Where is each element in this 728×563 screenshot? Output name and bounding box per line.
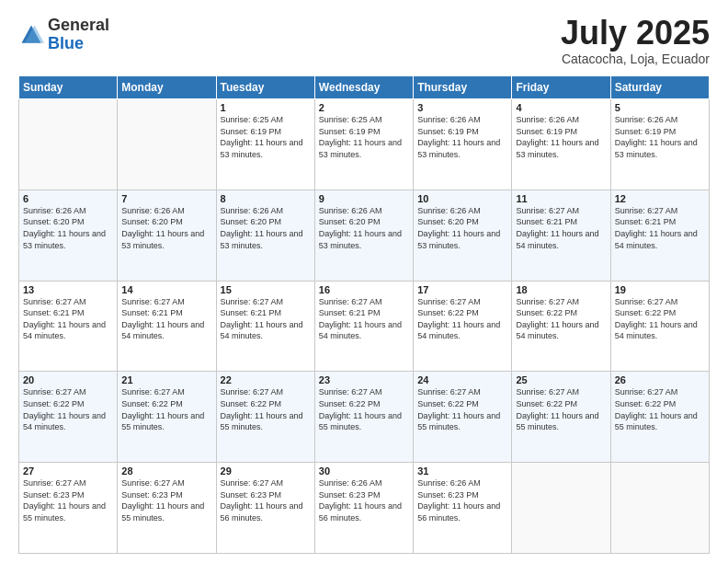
day-info: Sunrise: 6:27 AM Sunset: 6:22 PM Dayligh… <box>319 386 409 432</box>
day-number: 24 <box>417 374 507 385</box>
day-info: Sunrise: 6:27 AM Sunset: 6:21 PM Dayligh… <box>221 296 311 342</box>
calendar-day-cell: 1Sunrise: 6:25 AM Sunset: 6:19 PM Daylig… <box>216 99 314 190</box>
calendar-day-cell: 7Sunrise: 6:26 AM Sunset: 6:20 PM Daylig… <box>118 190 216 281</box>
calendar-day-cell: 20Sunrise: 6:27 AM Sunset: 6:22 PM Dayli… <box>19 372 118 463</box>
day-info: Sunrise: 6:27 AM Sunset: 6:21 PM Dayligh… <box>319 296 409 342</box>
calendar-day-cell: 10Sunrise: 6:26 AM Sunset: 6:20 PM Dayli… <box>414 190 512 281</box>
day-info: Sunrise: 6:26 AM Sunset: 6:20 PM Dayligh… <box>221 205 311 251</box>
calendar-day-cell: 8Sunrise: 6:26 AM Sunset: 6:20 PM Daylig… <box>216 190 314 281</box>
day-number: 22 <box>221 374 311 385</box>
day-number: 21 <box>121 374 211 385</box>
logo: General Blue <box>18 17 109 53</box>
logo-general-text: General <box>48 16 109 34</box>
day-number: 20 <box>23 374 113 385</box>
calendar-day-cell: 3Sunrise: 6:26 AM Sunset: 6:19 PM Daylig… <box>414 99 512 190</box>
day-number: 26 <box>615 374 705 385</box>
day-number: 16 <box>319 284 409 295</box>
calendar-day-cell: 23Sunrise: 6:27 AM Sunset: 6:22 PM Dayli… <box>314 372 413 463</box>
calendar-day-cell <box>118 99 216 190</box>
day-number: 12 <box>615 193 705 204</box>
calendar-day-cell: 5Sunrise: 6:26 AM Sunset: 6:19 PM Daylig… <box>610 99 709 190</box>
calendar-day-cell: 29Sunrise: 6:27 AM Sunset: 6:23 PM Dayli… <box>216 463 314 554</box>
day-info: Sunrise: 6:27 AM Sunset: 6:21 PM Dayligh… <box>121 296 211 342</box>
calendar-day-cell: 21Sunrise: 6:27 AM Sunset: 6:22 PM Dayli… <box>118 372 216 463</box>
day-number: 10 <box>417 193 507 204</box>
day-info: Sunrise: 6:26 AM Sunset: 6:19 PM Dayligh… <box>516 114 606 160</box>
location: Catacocha, Loja, Ecuador <box>561 52 710 66</box>
day-info: Sunrise: 6:27 AM Sunset: 6:23 PM Dayligh… <box>221 477 311 523</box>
day-info: Sunrise: 6:27 AM Sunset: 6:22 PM Dayligh… <box>221 386 311 432</box>
day-info: Sunrise: 6:27 AM Sunset: 6:22 PM Dayligh… <box>615 296 705 342</box>
day-info: Sunrise: 6:26 AM Sunset: 6:23 PM Dayligh… <box>417 477 507 523</box>
calendar-day-cell: 12Sunrise: 6:27 AM Sunset: 6:21 PM Dayli… <box>610 190 709 281</box>
day-number: 18 <box>516 284 606 295</box>
calendar-day-cell: 11Sunrise: 6:27 AM Sunset: 6:21 PM Dayli… <box>512 190 610 281</box>
calendar-day-cell: 4Sunrise: 6:26 AM Sunset: 6:19 PM Daylig… <box>512 99 610 190</box>
calendar-day-cell: 28Sunrise: 6:27 AM Sunset: 6:23 PM Dayli… <box>118 463 216 554</box>
day-number: 3 <box>417 102 507 113</box>
calendar-day-cell: 16Sunrise: 6:27 AM Sunset: 6:21 PM Dayli… <box>314 281 413 372</box>
day-info: Sunrise: 6:25 AM Sunset: 6:19 PM Dayligh… <box>221 114 311 160</box>
calendar-week-row: 13Sunrise: 6:27 AM Sunset: 6:21 PM Dayli… <box>19 281 710 372</box>
calendar-day-cell: 31Sunrise: 6:26 AM Sunset: 6:23 PM Dayli… <box>414 463 512 554</box>
day-number: 7 <box>121 193 211 204</box>
logo-blue-text: Blue <box>48 34 84 52</box>
day-info: Sunrise: 6:26 AM Sunset: 6:19 PM Dayligh… <box>417 114 507 160</box>
calendar-day-cell <box>610 463 709 554</box>
day-info: Sunrise: 6:26 AM Sunset: 6:20 PM Dayligh… <box>121 205 211 251</box>
calendar-day-cell: 6Sunrise: 6:26 AM Sunset: 6:20 PM Daylig… <box>19 190 118 281</box>
day-number: 13 <box>23 284 113 295</box>
day-info: Sunrise: 6:27 AM Sunset: 6:23 PM Dayligh… <box>23 477 113 523</box>
calendar-day-cell: 15Sunrise: 6:27 AM Sunset: 6:21 PM Dayli… <box>216 281 314 372</box>
day-info: Sunrise: 6:25 AM Sunset: 6:19 PM Dayligh… <box>319 114 409 160</box>
day-number: 31 <box>417 465 507 477</box>
calendar-day-cell: 26Sunrise: 6:27 AM Sunset: 6:22 PM Dayli… <box>610 372 709 463</box>
calendar-week-row: 27Sunrise: 6:27 AM Sunset: 6:23 PM Dayli… <box>19 463 710 554</box>
day-number: 8 <box>221 193 311 204</box>
day-info: Sunrise: 6:27 AM Sunset: 6:22 PM Dayligh… <box>417 296 507 342</box>
calendar-day-cell: 27Sunrise: 6:27 AM Sunset: 6:23 PM Dayli… <box>19 463 118 554</box>
weekday-header-cell: Wednesday <box>314 76 413 99</box>
day-number: 15 <box>221 284 311 295</box>
calendar-page: General Blue July 2025 Catacocha, Loja, … <box>0 0 728 563</box>
day-number: 25 <box>516 374 606 385</box>
logo-text: General Blue <box>48 17 109 53</box>
day-info: Sunrise: 6:26 AM Sunset: 6:19 PM Dayligh… <box>615 114 705 160</box>
calendar-day-cell <box>512 463 610 554</box>
day-info: Sunrise: 6:27 AM Sunset: 6:22 PM Dayligh… <box>417 386 507 432</box>
title-block: July 2025 Catacocha, Loja, Ecuador <box>561 17 710 66</box>
calendar-day-cell: 17Sunrise: 6:27 AM Sunset: 6:22 PM Dayli… <box>414 281 512 372</box>
day-info: Sunrise: 6:27 AM Sunset: 6:22 PM Dayligh… <box>615 386 705 432</box>
calendar-day-cell: 19Sunrise: 6:27 AM Sunset: 6:22 PM Dayli… <box>610 281 709 372</box>
weekday-header-cell: Tuesday <box>216 76 314 99</box>
calendar-day-cell: 9Sunrise: 6:26 AM Sunset: 6:20 PM Daylig… <box>314 190 413 281</box>
day-info: Sunrise: 6:26 AM Sunset: 6:20 PM Dayligh… <box>23 205 113 251</box>
calendar-week-row: 20Sunrise: 6:27 AM Sunset: 6:22 PM Dayli… <box>19 372 710 463</box>
weekday-header-cell: Saturday <box>610 76 709 99</box>
weekday-header-cell: Thursday <box>414 76 512 99</box>
day-number: 11 <box>516 193 606 204</box>
day-number: 14 <box>121 284 211 295</box>
logo-icon <box>18 22 44 48</box>
day-number: 17 <box>417 284 507 295</box>
day-info: Sunrise: 6:27 AM Sunset: 6:22 PM Dayligh… <box>516 296 606 342</box>
day-number: 19 <box>615 284 705 295</box>
day-info: Sunrise: 6:26 AM Sunset: 6:20 PM Dayligh… <box>319 205 409 251</box>
calendar-week-row: 6Sunrise: 6:26 AM Sunset: 6:20 PM Daylig… <box>19 190 710 281</box>
day-info: Sunrise: 6:27 AM Sunset: 6:22 PM Dayligh… <box>121 386 211 432</box>
calendar-day-cell: 18Sunrise: 6:27 AM Sunset: 6:22 PM Dayli… <box>512 281 610 372</box>
calendar-day-cell: 25Sunrise: 6:27 AM Sunset: 6:22 PM Dayli… <box>512 372 610 463</box>
day-info: Sunrise: 6:27 AM Sunset: 6:23 PM Dayligh… <box>121 477 211 523</box>
calendar-week-row: 1Sunrise: 6:25 AM Sunset: 6:19 PM Daylig… <box>19 99 710 190</box>
day-info: Sunrise: 6:27 AM Sunset: 6:22 PM Dayligh… <box>23 386 113 432</box>
calendar-day-cell: 30Sunrise: 6:26 AM Sunset: 6:23 PM Dayli… <box>314 463 413 554</box>
day-number: 30 <box>319 465 409 477</box>
weekday-header-cell: Sunday <box>19 76 118 99</box>
day-info: Sunrise: 6:27 AM Sunset: 6:21 PM Dayligh… <box>23 296 113 342</box>
calendar-day-cell: 13Sunrise: 6:27 AM Sunset: 6:21 PM Dayli… <box>19 281 118 372</box>
day-number: 5 <box>615 102 705 113</box>
calendar-table: SundayMondayTuesdayWednesdayThursdayFrid… <box>18 75 710 554</box>
day-number: 6 <box>23 193 113 204</box>
weekday-header-cell: Monday <box>118 76 216 99</box>
day-number: 9 <box>319 193 409 204</box>
